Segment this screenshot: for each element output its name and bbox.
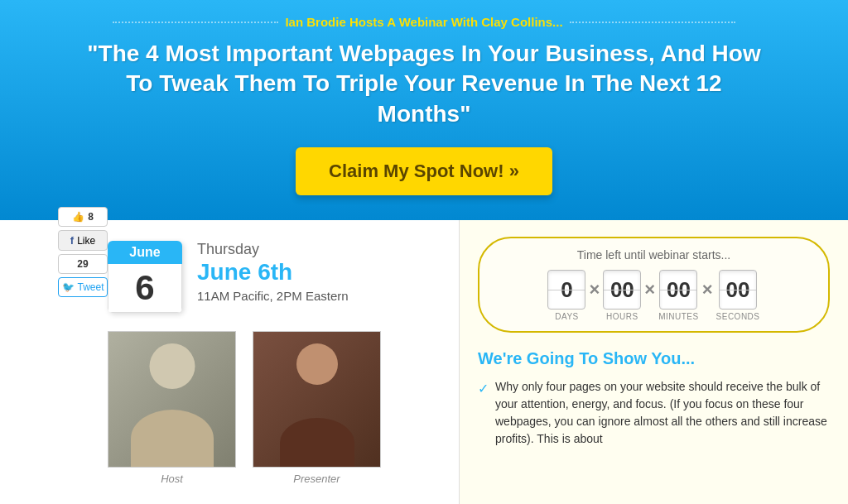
twitter-icon: 🐦 [62,281,75,293]
host-photo [108,331,236,468]
host-title: Ian Brodie Hosts A Webinar With Clay Col… [285,15,562,29]
bullet-item-1: ✓ Why only four pages on your website sh… [478,378,830,448]
tweet-number: 29 [77,258,88,270]
headshots: Host Presenter [108,331,438,485]
calendar-body: 6 [108,264,182,313]
countdown-label: Time left until webinar starts... [493,248,815,262]
host-banner: Ian Brodie Hosts A Webinar With Clay Col… [17,15,831,29]
facebook-icon: f [70,234,74,247]
date-info: Thursday June 6th 11AM Pacific, 2PM East… [197,241,349,303]
right-panel: Time left until webinar starts... 0 DAYS… [460,220,848,504]
header-section: Ian Brodie Hosts A Webinar With Clay Col… [0,0,848,220]
presenter-photo-img [253,331,380,468]
hours-unit: HOURS [606,312,638,321]
show-heading: We're Going To Show You... [478,349,830,368]
main-headline: "The 4 Most Important Webpages In Your B… [84,39,764,129]
thumb-up-icon: 👍 [72,211,84,223]
facebook-like-button[interactable]: f Like [58,230,108,251]
like-count-button[interactable]: 👍 8 [58,207,108,227]
days-unit: DAYS [555,312,579,321]
days-display: 0 [547,270,585,310]
tweet-count: 29 [58,254,108,274]
tweet-button[interactable]: 🐦 Tweet [58,277,108,297]
countdown-section: Time left until webinar starts... 0 DAYS… [478,237,830,333]
separator-1: × [589,279,600,300]
seconds-unit: SECONDS [716,312,760,321]
cta-button[interactable]: Claim My Spot Now! » [296,147,552,195]
day-name: Thursday [197,241,349,258]
host-headshot: Host [108,331,236,485]
date-full: June 6th [197,260,349,286]
seconds-display: 00 [719,270,757,310]
like-number: 8 [88,211,94,223]
check-icon: ✓ [478,379,489,448]
tweet-label: Tweet [78,281,104,293]
minutes-box: 00 MINUTES [658,270,699,321]
days-box: 0 DAYS [547,270,585,321]
minutes-display: 00 [659,270,697,310]
social-sidebar: 👍 8 f Like 29 🐦 Tweet [58,207,108,297]
seconds-box: 00 SECONDS [716,270,760,321]
calendar-month: June [108,241,182,264]
host-photo-img [108,331,235,468]
presenter-headshot: Presenter [253,331,381,485]
calendar-day: 6 [113,271,177,305]
separator-2: × [644,279,655,300]
main-content: June 6 Thursday June 6th 11AM Pacific, 2… [0,220,848,504]
presenter-label: Presenter [253,473,381,485]
separator-3: × [702,279,713,300]
presenter-photo [253,331,381,468]
bullet-text-1: Why only four pages on your website shou… [495,378,830,448]
hours-display: 00 [603,270,641,310]
calendar-icon: June 6 [108,241,182,313]
like-label: Like [77,235,95,247]
host-label: Host [108,473,236,485]
hours-box: 00 HOURS [603,270,641,321]
countdown-boxes: 0 DAYS × 00 HOURS × 00 MINUTES × 00 SECO… [493,270,815,321]
event-time: 11AM Pacific, 2PM Eastern [197,289,349,303]
date-section: June 6 Thursday June 6th 11AM Pacific, 2… [108,241,438,313]
minutes-unit: MINUTES [658,312,699,321]
